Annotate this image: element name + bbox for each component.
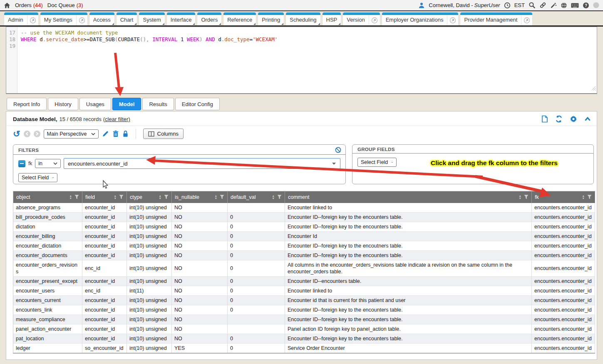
filter-operator-select[interactable]: in xyxy=(35,159,61,168)
remove-filter-button[interactable] xyxy=(18,160,25,167)
filter-funnel-icon[interactable] xyxy=(164,195,169,199)
nav-tab-employer-organizations[interactable]: Employer Organizations xyxy=(382,12,459,25)
nav-tab-admin[interactable]: Admin xyxy=(4,12,38,25)
nav-tab-provider-management[interactable]: Provider Management xyxy=(460,12,532,25)
filter-funnel-icon[interactable] xyxy=(524,195,529,199)
sort-icon[interactable]: ▲▼ xyxy=(582,195,585,199)
table-row-encounters-current[interactable]: encounters_currentencounter_idint(10) un… xyxy=(13,295,595,305)
open-in-new-icon[interactable] xyxy=(447,15,458,25)
sort-icon[interactable]: ▲▼ xyxy=(272,195,275,199)
nav-tab-access[interactable]: Access xyxy=(89,12,114,25)
columns-button[interactable]: Columns xyxy=(143,129,184,139)
col-header-ctype[interactable]: ctype▲▼ xyxy=(127,191,172,203)
filter-value-input[interactable]: encounters.encounter_id xyxy=(64,158,340,169)
collapse-icon[interactable] xyxy=(584,116,591,121)
tab-editor-config[interactable]: Editor Config xyxy=(175,98,220,110)
filter-funnel-icon[interactable] xyxy=(119,195,124,199)
open-in-new-icon[interactable] xyxy=(76,15,87,25)
table-row-bill-procedure-codes[interactable]: bill_procedure_codesencounter_idint(10) … xyxy=(13,212,595,222)
forward-icon[interactable] xyxy=(34,131,40,137)
keyboard-icon[interactable] xyxy=(571,2,579,8)
filter-field-label: fk xyxy=(28,161,32,166)
open-in-new-icon[interactable] xyxy=(521,15,532,25)
table-row-encounter-present-except[interactable]: encounter_present_exceptencounter_idint(… xyxy=(13,276,595,286)
col-header-fk[interactable]: fk▲▼ xyxy=(532,191,595,203)
filter-funnel-icon[interactable] xyxy=(74,195,79,199)
filter-funnel-icon[interactable] xyxy=(587,195,592,199)
help-icon[interactable]: ? xyxy=(583,2,589,9)
link-icon[interactable] xyxy=(539,2,546,9)
resize-handle-icon[interactable] xyxy=(591,86,596,92)
globe-icon[interactable] xyxy=(561,2,567,9)
nav-tab-hsp[interactable]: HSP xyxy=(323,12,341,25)
open-in-new-icon[interactable] xyxy=(369,15,380,25)
table-row-ledger[interactable]: ledgerso_encounter_idint(10) unsignedYES… xyxy=(13,343,595,353)
col-header-is-nullable[interactable]: is_nullable▲▼ xyxy=(172,191,228,203)
tab-results[interactable]: Results xyxy=(142,98,174,110)
nav-tab-scheduling[interactable]: Scheduling xyxy=(286,12,320,25)
table-row-encounter-dictation[interactable]: encounter_dictationencounter_idint(10) u… xyxy=(13,241,595,250)
delete-icon[interactable] xyxy=(112,130,119,137)
lock-icon[interactable] xyxy=(122,130,129,137)
undo-icon[interactable]: ↺ xyxy=(13,130,20,138)
doc-queue-link[interactable]: Doc Queue (3) xyxy=(47,2,83,8)
code-line[interactable] xyxy=(21,43,597,50)
table-row-encounter-billing[interactable]: encounter_billingencounter_idint(10) uns… xyxy=(13,231,595,241)
code-line[interactable]: WHERE d.service_date>=DATE_SUB(CURDATE()… xyxy=(21,36,597,43)
tab-model[interactable]: Model xyxy=(112,98,141,110)
cell-object: encounters_current xyxy=(13,295,82,305)
add-filter-field-select[interactable]: Select Field xyxy=(18,173,57,182)
col-header-comment[interactable]: comment▲▼ xyxy=(285,191,532,203)
gear-icon[interactable] xyxy=(570,115,577,123)
clear-filters-icon[interactable] xyxy=(335,147,341,153)
home-icon[interactable] xyxy=(4,2,10,9)
user-name[interactable]: Cornewell, David - SuperUser xyxy=(429,2,500,8)
open-in-new-icon[interactable] xyxy=(27,15,38,25)
edit-icon[interactable] xyxy=(102,130,109,137)
back-icon[interactable] xyxy=(24,131,30,137)
table-row-dictation[interactable]: dictationencounter_idint(10) unsignedNO0… xyxy=(13,222,595,231)
sort-icon[interactable]: ▲▼ xyxy=(69,195,72,199)
clock-icon[interactable] xyxy=(504,2,511,9)
tab-history[interactable]: History xyxy=(48,98,78,110)
sql-editor[interactable]: 171819 -- use the WCEXAM document typeWH… xyxy=(6,27,597,94)
table-row-pat-location[interactable]: pat_locationencounter_idint(10) unsigned… xyxy=(13,334,595,343)
table-row-measure-compliance[interactable]: measure_complianceencounter_idint(10) un… xyxy=(13,314,595,324)
table-row-panel-action-encounter[interactable]: panel_action_encounterencounter_idint(10… xyxy=(13,324,595,334)
col-header-default-val[interactable]: default_val▲▼ xyxy=(228,191,285,203)
nav-tab-system[interactable]: System xyxy=(139,12,164,25)
wand-icon[interactable] xyxy=(550,2,557,9)
nav-tab-reference[interactable]: Reference xyxy=(223,12,256,25)
editor-code[interactable]: -- use the WCEXAM document typeWHERE d.s… xyxy=(17,27,597,93)
table-row-encounters-link[interactable]: encounters_linkencounter_idint(10) unsig… xyxy=(13,305,595,314)
code-line[interactable]: -- use the WCEXAM document type xyxy=(21,30,597,36)
table-row-encounter-documents[interactable]: encounter_documentsencounter_idint(10) u… xyxy=(13,250,595,260)
table-row-encounter-orders-revisions[interactable]: encounter_orders_revisionsenc_idint(10) … xyxy=(13,260,595,276)
refresh-icon[interactable] xyxy=(555,115,563,123)
orders-queue-link[interactable]: Orders (44) xyxy=(15,2,43,8)
search-icon[interactable] xyxy=(529,2,536,9)
tab-usages[interactable]: Usages xyxy=(79,98,111,110)
filter-funnel-icon[interactable] xyxy=(277,195,282,199)
clear-filter-link[interactable]: (clear filter) xyxy=(103,116,130,122)
nav-tab-interface[interactable]: Interface xyxy=(167,12,196,25)
sort-icon[interactable]: ▲▼ xyxy=(215,195,217,199)
tab-report-info[interactable]: Report Info xyxy=(7,98,47,110)
col-header-object[interactable]: object▲▼ xyxy=(13,191,82,203)
nav-tab-my-settings[interactable]: My Settings xyxy=(40,12,87,25)
sort-icon[interactable]: ▲▼ xyxy=(159,195,161,199)
nav-tab-printing[interactable]: Printing xyxy=(258,12,284,25)
perspective-select[interactable]: Main Perspective xyxy=(44,129,99,139)
filter-funnel-icon[interactable] xyxy=(220,195,224,199)
col-header-field[interactable]: field▲▼ xyxy=(82,191,127,203)
timezone-label[interactable]: EST xyxy=(514,2,525,8)
new-document-icon[interactable] xyxy=(541,115,548,123)
nav-tab-chart[interactable]: Chart xyxy=(117,12,137,25)
sort-icon[interactable]: ▲▼ xyxy=(519,195,521,199)
nav-tab-orders[interactable]: Orders xyxy=(197,12,221,25)
table-row-encounter-users[interactable]: encounter_usersenc_idint(11)NO0Encounter… xyxy=(13,286,595,295)
add-group-field-select[interactable]: Select Field xyxy=(357,158,397,167)
sort-icon[interactable]: ▲▼ xyxy=(114,195,117,199)
nav-tab-version[interactable]: Version xyxy=(343,12,380,25)
table-row-absence-programs[interactable]: absence_programsencounter_idint(10) unsi… xyxy=(13,203,595,213)
